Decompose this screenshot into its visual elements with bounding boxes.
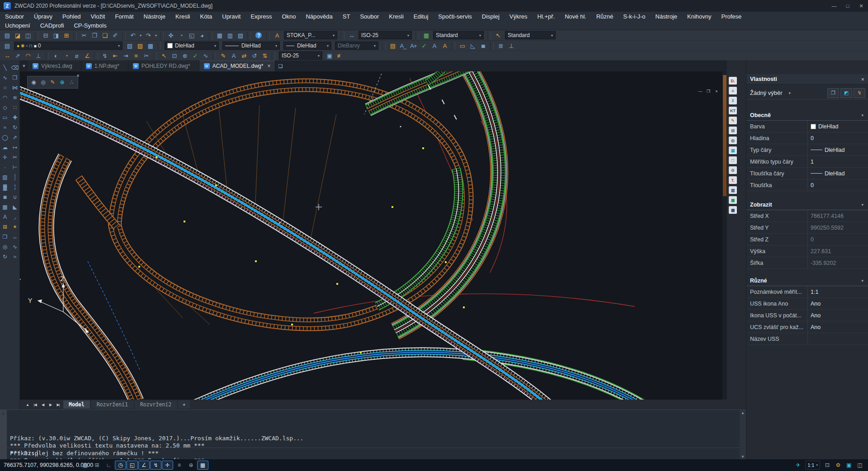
menu-item[interactable]: Spočti-servis — [433, 12, 476, 21]
sheet-set-button[interactable]: ▧ — [235, 31, 245, 40]
property-row[interactable]: Střed Z 0 — [746, 234, 868, 245]
trim-tool[interactable]: ✂ — [10, 152, 20, 162]
move-tool[interactable]: ✚ — [10, 113, 20, 122]
section-header[interactable]: Zobrazit ▾ — [746, 200, 868, 210]
dim-angular-button[interactable]: ∠ — [82, 52, 92, 60]
menu-item[interactable]: Vložit — [86, 12, 110, 21]
cadprofi-symbol-tool[interactable]: ◎ — [729, 137, 737, 144]
property-row[interactable]: Tloušťka čáry DleHlad — [746, 168, 868, 179]
stretch-tool[interactable]: ↦ — [10, 142, 20, 152]
redo-button[interactable]: ↷ — [143, 31, 153, 40]
array-tool[interactable]: ∷ — [10, 103, 20, 113]
print-preview-button[interactable]: ◨ — [51, 31, 61, 40]
color-combo[interactable]: DleHlad ▾ — [165, 42, 219, 50]
menu-item[interactable]: Nástroje — [139, 12, 170, 21]
dim-baseline-button[interactable]: ⇤ — [110, 52, 120, 60]
hatch-tool[interactable]: ▨ — [0, 172, 10, 182]
dim-jogged-button[interactable]: ◔ — [61, 52, 71, 60]
panel-close-icon[interactable]: × — [857, 76, 868, 83]
dim-update-button[interactable]: ↺ — [249, 52, 259, 60]
measure-volume-button[interactable]: ◙ — [478, 42, 488, 50]
mdi-close-button[interactable]: × — [712, 88, 721, 94]
dim-inspect-button[interactable]: ✓ — [190, 52, 200, 60]
new-file-button[interactable]: ▤ — [2, 31, 12, 40]
menu-item[interactable]: Upravit — [217, 12, 245, 21]
quick-select-button[interactable]: ◩ — [840, 88, 852, 98]
dim-style-icon[interactable]: ↔ — [346, 31, 357, 40]
tab-layout2[interactable]: Rozvržení2 — [135, 400, 177, 409]
mtext-button[interactable]: ▤ — [387, 42, 398, 50]
insert-block-tool[interactable]: ⊞ — [0, 222, 10, 232]
linetype-combo[interactable]: DleHlad ▾ — [222, 42, 280, 50]
rotate-tool[interactable]: ↻ — [10, 122, 20, 132]
chamfer-tool[interactable]: ◣ — [10, 202, 20, 212]
dim-center-mark-button[interactable]: ⊕ — [179, 52, 190, 60]
property-row[interactable]: Výška 227.631 — [746, 245, 868, 257]
property-row[interactable]: Název USS — [746, 333, 868, 345]
property-row[interactable]: Střed X 766177.4146 — [746, 210, 868, 222]
canvas-scrollbar-thumb[interactable] — [723, 75, 726, 196]
dim-style-combo-secondary[interactable]: ISO-25 ▾ — [279, 52, 322, 60]
cadprofi-settings-tool[interactable]: ⚙ — [729, 166, 737, 174]
pan-button[interactable]: ✜ — [165, 31, 176, 40]
break-at-point-tool[interactable]: ┆ — [10, 172, 20, 182]
paste-button[interactable]: ❏ — [99, 31, 110, 40]
workspace-switch-button[interactable]: ⊡ — [822, 461, 833, 470]
menu-item[interactable]: S-k-i-J-o — [618, 12, 650, 21]
redo-dropdown[interactable]: ▾ — [153, 31, 158, 40]
model-tab-first[interactable]: |◀ — [31, 401, 39, 408]
tab-model[interactable]: Model — [63, 400, 90, 409]
multiline-style-button[interactable]: ≣ — [495, 42, 506, 50]
plotstyle-combo[interactable]: DleBarvy ▾ — [335, 42, 378, 50]
property-row[interactable]: USS ikona Ano Ano — [746, 298, 868, 310]
model-tab-prev[interactable]: ◀ — [39, 401, 47, 408]
help-button[interactable]: ? — [255, 32, 262, 38]
cadprofi-d-tool[interactable]: D. — [729, 77, 737, 85]
zoom-previous-button[interactable]: ◕ — [197, 31, 207, 40]
text-style-icon[interactable]: A — [272, 31, 282, 40]
otrack-toggle[interactable]: ↯ — [150, 461, 161, 470]
property-row[interactable]: Ikona USS v počát... Ano — [746, 310, 868, 321]
menu-item[interactable]: Formát — [110, 12, 138, 21]
layer-previous-button[interactable]: ▧ — [124, 42, 135, 50]
dim-ordinate-button[interactable]: ⊥ — [33, 52, 43, 60]
cadprofi-kt-tool[interactable]: KT — [729, 107, 737, 114]
text-style-combo[interactable]: STOKA_P...▾ — [284, 31, 337, 39]
visibility-off-icon[interactable]: ◎ — [38, 78, 48, 87]
annotation-toggle[interactable]: ▦ — [197, 461, 208, 470]
dim-style-combo[interactable]: ISO-25▾ — [359, 31, 412, 39]
lineweight-toggle[interactable]: ≡ — [174, 461, 185, 470]
menu-item[interactable]: Úpravy — [29, 12, 57, 21]
property-value[interactable]: 1 — [807, 159, 868, 165]
dim-edit-button[interactable]: ✎ — [218, 52, 228, 60]
dim-tolerance-button[interactable]: ⊡ — [169, 52, 179, 60]
dim-arc-length-button[interactable]: ◠ — [23, 52, 33, 60]
edit-polyline-tool[interactable]: ∿ — [10, 242, 20, 252]
property-row[interactable]: Hladina 0 — [746, 132, 868, 144]
menu-item[interactable]: CP-Symbols — [69, 21, 111, 30]
cut-button[interactable]: ✂ — [79, 31, 89, 40]
add-layout-button[interactable]: + — [178, 400, 190, 409]
dim-spacing-button[interactable]: ≡ — [131, 52, 141, 60]
menu-item[interactable]: Express — [245, 12, 277, 21]
fillet-tool[interactable]: ◞ — [10, 212, 20, 222]
dim-radius-button[interactable]: ◐ — [51, 52, 61, 60]
construction-line-tool[interactable]: ✛ — [0, 152, 10, 162]
property-value[interactable]: -335.9202 — [807, 260, 868, 266]
join-tool[interactable]: ∪ — [10, 192, 20, 202]
dim-jog-line-button[interactable]: ∿ — [200, 52, 211, 60]
menu-item[interactable]: Edituj — [409, 12, 434, 21]
menu-item[interactable]: Uchopení — [0, 21, 35, 30]
dyn-input-toggle[interactable]: ✛ — [162, 461, 173, 470]
spell-check-button[interactable]: ✓ — [419, 42, 429, 50]
donut-tool[interactable]: ◎ — [0, 242, 10, 252]
explode-tool[interactable]: ✴ — [10, 222, 20, 232]
menu-item[interactable]: ST — [338, 12, 355, 21]
dim-aligned-button[interactable]: ⇗ — [12, 52, 23, 60]
graphics-config-button[interactable]: ▣ — [844, 461, 854, 470]
print-button[interactable]: ⊟ — [40, 31, 51, 40]
cadprofi-grid1-tool[interactable]: ▥ — [729, 186, 737, 194]
lengthen-tool[interactable]: ↔ — [10, 232, 20, 242]
section-header[interactable]: Různé ▾ — [746, 276, 868, 286]
mleader-style-combo[interactable]: Standard▾ — [505, 31, 556, 39]
